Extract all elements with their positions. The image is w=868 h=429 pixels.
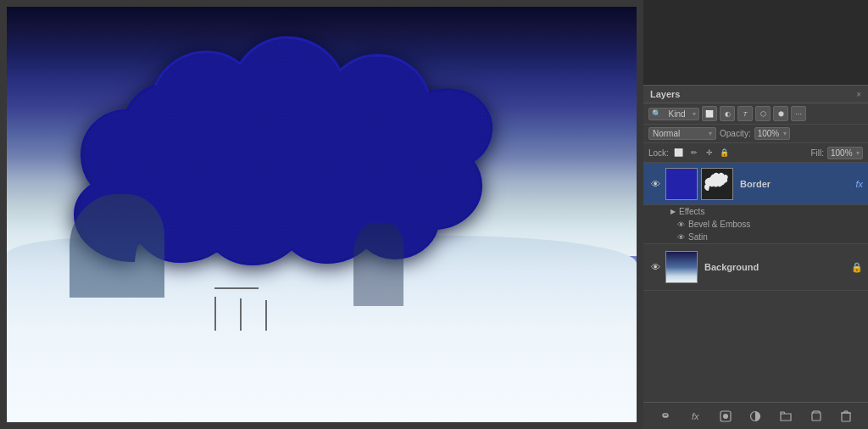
layers-panel-header: Layers ×: [643, 86, 868, 103]
new-layer-btn[interactable]: [808, 408, 825, 425]
effect-satin[interactable]: 👁 Satin: [643, 231, 868, 243]
canvas-frame: [7, 7, 637, 422]
new-layer-icon: [810, 410, 822, 422]
mask-cloud-icon: [704, 172, 731, 196]
link-icon: [659, 410, 671, 422]
layers-panel-title: Layers: [650, 89, 680, 99]
top-dark-area: [643, 0, 868, 85]
fill-input[interactable]: 100% ▾: [827, 147, 863, 159]
effects-triangle: ▶: [670, 208, 676, 215]
lock-badge-background: 🔒: [851, 262, 863, 273]
lock-icons-group: ⬜ ✏ ✛ 🔒: [672, 146, 732, 159]
canvas-image: [7, 7, 637, 422]
effect-eye-bevel[interactable]: 👁: [677, 220, 685, 229]
folder-icon: [780, 410, 792, 422]
effects-header: ▶ Effects: [643, 205, 868, 218]
canvas-area: [0, 0, 643, 429]
effect-satin-label: Satin: [688, 232, 708, 242]
kind-chevron: ▾: [693, 110, 696, 118]
kind-label: Kind: [668, 109, 685, 119]
opacity-label: Opacity:: [720, 129, 751, 138]
lock-all-btn[interactable]: 🔒: [718, 146, 732, 159]
effect-bevel-label: Bevel & Emboss: [688, 220, 750, 229]
effect-bevel-emboss[interactable]: 👁 Bevel & Emboss: [643, 218, 868, 231]
fill-adjust-icon: [749, 410, 761, 422]
blend-mode-select[interactable]: Normal ▾: [648, 127, 716, 140]
add-layer-style-btn[interactable]: fx: [687, 408, 704, 425]
opacity-input[interactable]: 100% ▾: [754, 127, 790, 140]
app-container: Layers × 🔍 Kind ▾ ⬜ ◐ T ⬡ ⬢ ⋯ No: [0, 0, 868, 429]
search-icon: 🔍: [652, 109, 661, 118]
kind-filter-extra-btn[interactable]: ⋯: [791, 106, 806, 121]
layers-toolbar-blend: Normal ▾ Opacity: 100% ▾: [643, 125, 868, 143]
layers-bottom-toolbar: fx: [643, 402, 868, 429]
kind-filter-text-btn[interactable]: T: [737, 106, 753, 121]
add-mask-btn[interactable]: [717, 408, 734, 425]
lock-move-btn[interactable]: ✛: [703, 146, 716, 159]
svg-point-5: [723, 414, 728, 419]
layer-row-background[interactable]: 👁 Background 🔒: [643, 244, 868, 291]
layer-thumbnail-border: [665, 168, 698, 200]
kind-filter-shape-btn[interactable]: ⬡: [755, 106, 771, 121]
delete-layer-btn[interactable]: [837, 408, 854, 425]
effects-section: ▶ Effects 👁 Bevel & Emboss 👁 Satin: [643, 205, 868, 244]
layer-thumbnail-background: [665, 251, 698, 283]
link-layers-btn[interactable]: [657, 408, 674, 425]
create-new-fill-btn[interactable]: [747, 408, 764, 425]
layers-list: 👁 Border fx: [643, 163, 868, 402]
lock-label: Lock:: [648, 148, 669, 158]
trash-icon: [841, 410, 851, 422]
layer-mask-border: [701, 168, 733, 200]
svg-rect-7: [812, 413, 821, 421]
effects-title: Effects: [679, 207, 704, 216]
blend-mode-label: Normal: [653, 129, 680, 138]
layer-name-background: Background: [701, 262, 848, 272]
fill-chevron: ▾: [856, 149, 860, 157]
effect-eye-satin[interactable]: 👁: [677, 233, 685, 242]
kind-select[interactable]: 🔍 Kind ▾: [648, 108, 699, 120]
layer-row-border[interactable]: 👁 Border fx: [643, 163, 868, 205]
opacity-chevron: ▾: [783, 130, 787, 137]
layers-toolbar-lock: Lock: ⬜ ✏ ✛ 🔒 Fill: 100% ▾: [643, 143, 868, 163]
blend-chevron: ▾: [709, 130, 712, 137]
right-panel: Layers × 🔍 Kind ▾ ⬜ ◐ T ⬡ ⬢ ⋯ No: [643, 0, 868, 429]
lock-transparent-btn[interactable]: ⬜: [672, 146, 686, 159]
layers-toolbar-kind: 🔍 Kind ▾ ⬜ ◐ T ⬡ ⬢ ⋯: [643, 103, 868, 125]
lock-paint-btn[interactable]: ✏: [687, 146, 701, 159]
layer-visibility-background[interactable]: 👁: [648, 260, 662, 274]
fill-val: 100%: [831, 148, 853, 158]
kind-filter-pixel-btn[interactable]: ⬜: [702, 106, 717, 121]
opacity-val: 100%: [758, 129, 780, 138]
fx-badge-border[interactable]: fx: [855, 179, 863, 189]
layer-visibility-border[interactable]: 👁: [648, 177, 662, 191]
kind-filter-adjust-btn[interactable]: ◐: [720, 106, 735, 121]
layers-panel: Layers × 🔍 Kind ▾ ⬜ ◐ T ⬡ ⬢ ⋯ No: [643, 85, 868, 429]
mask-icon: [720, 410, 732, 422]
fill-label: Fill:: [810, 148, 824, 158]
new-group-btn[interactable]: [777, 408, 794, 425]
layer-name-border: Border: [737, 179, 852, 189]
panel-close-btn[interactable]: ×: [856, 90, 861, 99]
svg-rect-11: [842, 413, 850, 421]
kind-filter-smart-btn[interactable]: ⬢: [773, 106, 788, 121]
